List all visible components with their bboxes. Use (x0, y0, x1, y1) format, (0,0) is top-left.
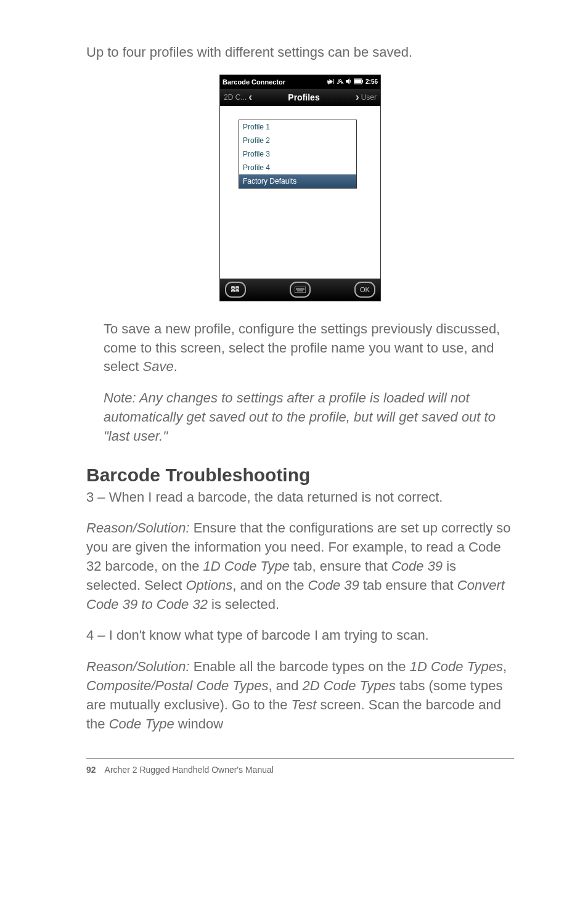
text-run-italic: Reason/Solution: (86, 520, 190, 536)
bottom-bar: OK (220, 279, 380, 301)
speaker-icon (346, 78, 352, 86)
clock-text: 2:56 (365, 78, 378, 85)
status-area: ⇄ 2:56 (327, 78, 378, 86)
svg-text:⇄: ⇄ (327, 79, 332, 84)
text-run: window (174, 716, 223, 732)
page-footer: 92Archer 2 Rugged Handheld Owner's Manua… (86, 765, 514, 775)
text-run-italic: Code 39 (308, 577, 359, 593)
profile-option-2[interactable]: Profile 2 (239, 134, 356, 147)
footer-rule (86, 758, 514, 759)
svg-rect-4 (362, 80, 363, 83)
text-run: . (174, 359, 178, 374)
text-run-italic: Options (186, 577, 232, 593)
text-run-italic: 1D Code Type (203, 558, 290, 574)
text-run-italic: Test (292, 697, 317, 712)
save-profile-text: To save a new profile, configure the set… (104, 320, 514, 377)
text-run-italic: 2D Code Types (303, 678, 396, 693)
text-run: tab, ensure that (290, 558, 391, 574)
profile-option-4[interactable]: Profile 4 (239, 161, 356, 174)
text-run-italic: Reason/Solution: (86, 659, 190, 674)
text-run: Enable all the barcode types on the (190, 659, 410, 674)
keyboard-icon (295, 287, 306, 293)
windows-icon (231, 285, 240, 294)
svg-rect-5 (354, 79, 361, 83)
tab-left-label: 2D C... (224, 93, 247, 102)
a3-text: Reason/Solution: Ensure that the configu… (86, 519, 514, 614)
phone-frame: Barcode Connector ⇄ 2:56 (219, 75, 381, 301)
q4-text: 4 – I don't know what type of barcode I … (86, 626, 514, 645)
start-button[interactable] (225, 282, 246, 298)
screenshot-figure: Barcode Connector ⇄ 2:56 (86, 75, 514, 301)
tab-left-group[interactable]: 2D C... ‹ (224, 91, 252, 104)
text-run: , and on the (232, 577, 308, 593)
battery-icon (354, 78, 364, 86)
text-run-italic: Composite/Postal Code Types (86, 678, 269, 693)
profile-option-factory[interactable]: Factory Defaults (239, 174, 356, 188)
tab-bar: 2D C... ‹ Profiles › User (220, 89, 380, 106)
text-run: tab ensure that (359, 577, 457, 593)
text-run-italic: Save (143, 359, 174, 374)
text-run-italic: Code 39 (391, 558, 443, 574)
intro-text: Up to four profiles with different setti… (86, 43, 514, 62)
q3-text: 3 – When I read a barcode, the data retu… (86, 488, 514, 507)
connectivity-icon: ⇄ (327, 78, 335, 86)
chevron-left-icon: ‹ (248, 91, 252, 104)
tab-right-group[interactable]: › User (356, 91, 377, 104)
text-run: , (503, 659, 507, 674)
app-title: Barcode Connector (223, 78, 285, 86)
text-run: is selected. (208, 597, 279, 612)
a4-text: Reason/Solution: Enable all the barcode … (86, 658, 514, 733)
text-run-italic: 1D Code Types (410, 659, 503, 674)
text-run-italic: Code Type (109, 716, 174, 732)
chevron-right-icon: › (356, 91, 359, 104)
keyboard-button[interactable] (290, 282, 311, 298)
profile-option-3[interactable]: Profile 3 (239, 147, 356, 161)
tab-center-label: Profiles (288, 92, 319, 102)
signal-icon (337, 78, 344, 86)
ok-button[interactable]: OK (354, 282, 375, 298)
content-area: Profile 1 Profile 2 Profile 3 Profile 4 … (220, 106, 380, 279)
svg-marker-2 (346, 78, 349, 84)
manual-title: Archer 2 Rugged Handheld Owner's Manual (105, 765, 274, 775)
profile-option-1[interactable]: Profile 1 (239, 120, 356, 134)
title-bar: Barcode Connector ⇄ 2:56 (220, 75, 380, 89)
tab-right-label: User (361, 93, 377, 102)
troubleshooting-heading: Barcode Troubleshooting (86, 465, 514, 486)
text-run: , and (269, 678, 303, 693)
profile-dropdown[interactable]: Profile 1 Profile 2 Profile 3 Profile 4 … (239, 120, 357, 189)
page-number: 92 (86, 765, 96, 775)
note-text: Note: Any changes to settings after a pr… (104, 389, 514, 446)
